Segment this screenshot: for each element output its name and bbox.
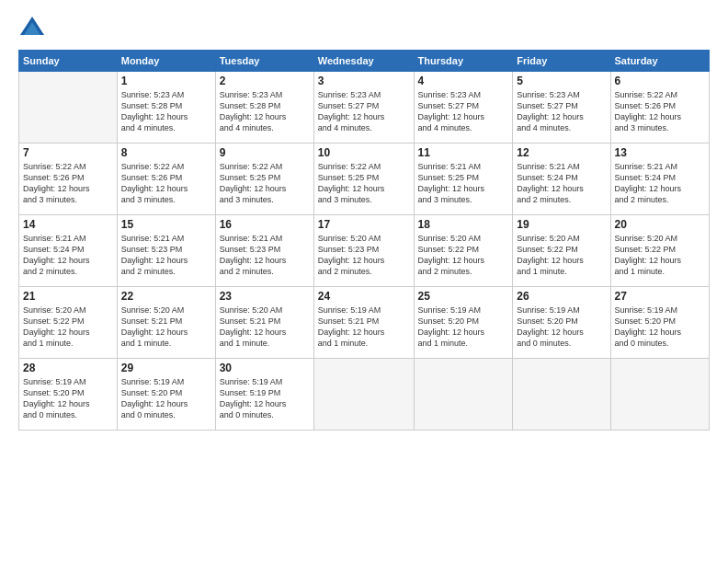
calendar-cell: 3Sunrise: 5:23 AM Sunset: 5:27 PM Daylig… <box>313 72 414 144</box>
calendar-cell: 1Sunrise: 5:23 AM Sunset: 5:28 PM Daylig… <box>117 72 215 144</box>
calendar-cell: 27Sunrise: 5:19 AM Sunset: 5:20 PM Dayli… <box>610 287 709 359</box>
header-row: SundayMondayTuesdayWednesdayThursdayFrid… <box>19 51 710 72</box>
day-info: Sunrise: 5:21 AM Sunset: 5:24 PM Dayligh… <box>517 161 606 206</box>
day-info: Sunrise: 5:23 AM Sunset: 5:28 PM Dayligh… <box>220 89 310 134</box>
calendar-cell: 22Sunrise: 5:20 AM Sunset: 5:21 PM Dayli… <box>117 287 215 359</box>
day-number: 13 <box>615 146 705 159</box>
calendar-cell: 10Sunrise: 5:22 AM Sunset: 5:25 PM Dayli… <box>313 144 414 215</box>
header-day-tuesday: Tuesday <box>215 51 313 72</box>
calendar-cell: 7Sunrise: 5:22 AM Sunset: 5:26 PM Daylig… <box>19 144 118 215</box>
day-number: 11 <box>418 146 509 159</box>
calendar-cell: 2Sunrise: 5:23 AM Sunset: 5:28 PM Daylig… <box>215 72 313 144</box>
day-number: 20 <box>615 218 705 231</box>
header <box>18 15 710 42</box>
calendar-cell: 19Sunrise: 5:20 AM Sunset: 5:22 PM Dayli… <box>513 215 610 287</box>
calendar-cell: 28Sunrise: 5:19 AM Sunset: 5:20 PM Dayli… <box>19 359 118 431</box>
day-number: 28 <box>23 362 113 374</box>
calendar-cell <box>313 359 414 431</box>
day-number: 18 <box>418 218 509 231</box>
day-number: 1 <box>121 75 211 87</box>
calendar-cell: 11Sunrise: 5:21 AM Sunset: 5:25 PM Dayli… <box>414 144 513 215</box>
day-info: Sunrise: 5:19 AM Sunset: 5:20 PM Dayligh… <box>615 304 705 350</box>
day-info: Sunrise: 5:22 AM Sunset: 5:25 PM Dayligh… <box>220 161 310 206</box>
calendar-cell: 12Sunrise: 5:21 AM Sunset: 5:24 PM Dayli… <box>513 144 610 215</box>
calendar-cell: 13Sunrise: 5:21 AM Sunset: 5:24 PM Dayli… <box>610 144 709 215</box>
day-number: 15 <box>121 218 211 231</box>
calendar-cell: 5Sunrise: 5:23 AM Sunset: 5:27 PM Daylig… <box>513 72 610 144</box>
day-number: 16 <box>220 218 310 231</box>
week-row-1: 1Sunrise: 5:23 AM Sunset: 5:28 PM Daylig… <box>19 72 710 144</box>
header-day-saturday: Saturday <box>610 51 709 72</box>
day-info: Sunrise: 5:19 AM Sunset: 5:20 PM Dayligh… <box>121 376 211 421</box>
day-number: 22 <box>121 290 211 303</box>
day-number: 9 <box>220 146 310 159</box>
day-number: 10 <box>318 146 410 159</box>
day-info: Sunrise: 5:22 AM Sunset: 5:26 PM Dayligh… <box>615 89 705 134</box>
day-info: Sunrise: 5:21 AM Sunset: 5:25 PM Dayligh… <box>418 161 509 206</box>
calendar-cell: 26Sunrise: 5:19 AM Sunset: 5:20 PM Dayli… <box>513 287 610 359</box>
day-number: 24 <box>318 290 410 303</box>
calendar-cell: 30Sunrise: 5:19 AM Sunset: 5:19 PM Dayli… <box>215 359 313 431</box>
calendar-cell: 16Sunrise: 5:21 AM Sunset: 5:23 PM Dayli… <box>215 215 313 287</box>
day-number: 7 <box>23 146 113 159</box>
day-number: 14 <box>23 218 113 231</box>
header-day-friday: Friday <box>513 51 610 72</box>
week-row-2: 7Sunrise: 5:22 AM Sunset: 5:26 PM Daylig… <box>19 144 710 215</box>
calendar-cell: 29Sunrise: 5:19 AM Sunset: 5:20 PM Dayli… <box>117 359 215 431</box>
day-number: 2 <box>220 75 310 87</box>
calendar-cell: 23Sunrise: 5:20 AM Sunset: 5:21 PM Dayli… <box>215 287 313 359</box>
day-info: Sunrise: 5:21 AM Sunset: 5:23 PM Dayligh… <box>220 233 310 278</box>
week-row-5: 28Sunrise: 5:19 AM Sunset: 5:20 PM Dayli… <box>19 359 710 431</box>
day-info: Sunrise: 5:23 AM Sunset: 5:28 PM Dayligh… <box>121 89 211 134</box>
calendar-cell: 9Sunrise: 5:22 AM Sunset: 5:25 PM Daylig… <box>215 144 313 215</box>
header-day-wednesday: Wednesday <box>313 51 414 72</box>
calendar-body: 1Sunrise: 5:23 AM Sunset: 5:28 PM Daylig… <box>19 72 710 431</box>
day-number: 27 <box>615 290 705 303</box>
calendar-cell: 15Sunrise: 5:21 AM Sunset: 5:23 PM Dayli… <box>117 215 215 287</box>
page: SundayMondayTuesdayWednesdayThursdayFrid… <box>0 0 728 563</box>
day-info: Sunrise: 5:19 AM Sunset: 5:20 PM Dayligh… <box>418 304 509 350</box>
calendar-cell <box>414 359 513 431</box>
day-info: Sunrise: 5:20 AM Sunset: 5:22 PM Dayligh… <box>23 304 113 350</box>
header-day-monday: Monday <box>117 51 215 72</box>
day-info: Sunrise: 5:19 AM Sunset: 5:20 PM Dayligh… <box>23 376 113 421</box>
calendar-cell: 21Sunrise: 5:20 AM Sunset: 5:22 PM Dayli… <box>19 287 118 359</box>
day-info: Sunrise: 5:22 AM Sunset: 5:26 PM Dayligh… <box>23 161 113 206</box>
day-number: 19 <box>517 218 606 231</box>
day-info: Sunrise: 5:23 AM Sunset: 5:27 PM Dayligh… <box>418 89 509 134</box>
calendar-cell: 25Sunrise: 5:19 AM Sunset: 5:20 PM Dayli… <box>414 287 513 359</box>
day-info: Sunrise: 5:20 AM Sunset: 5:23 PM Dayligh… <box>318 233 410 278</box>
day-info: Sunrise: 5:20 AM Sunset: 5:21 PM Dayligh… <box>121 304 211 350</box>
day-info: Sunrise: 5:21 AM Sunset: 5:24 PM Dayligh… <box>23 233 113 278</box>
logo <box>18 15 50 42</box>
calendar-cell <box>19 72 118 144</box>
logo-icon <box>18 15 46 42</box>
header-day-thursday: Thursday <box>414 51 513 72</box>
calendar: SundayMondayTuesdayWednesdayThursdayFrid… <box>18 50 710 431</box>
week-row-4: 21Sunrise: 5:20 AM Sunset: 5:22 PM Dayli… <box>19 287 710 359</box>
day-info: Sunrise: 5:23 AM Sunset: 5:27 PM Dayligh… <box>517 89 606 134</box>
day-info: Sunrise: 5:19 AM Sunset: 5:19 PM Dayligh… <box>220 376 310 421</box>
day-info: Sunrise: 5:20 AM Sunset: 5:21 PM Dayligh… <box>220 304 310 350</box>
day-info: Sunrise: 5:19 AM Sunset: 5:21 PM Dayligh… <box>318 304 410 350</box>
header-day-sunday: Sunday <box>19 51 118 72</box>
day-info: Sunrise: 5:19 AM Sunset: 5:20 PM Dayligh… <box>517 304 606 350</box>
day-number: 4 <box>418 75 509 87</box>
calendar-cell: 6Sunrise: 5:22 AM Sunset: 5:26 PM Daylig… <box>610 72 709 144</box>
day-number: 12 <box>517 146 606 159</box>
day-number: 23 <box>220 290 310 303</box>
day-info: Sunrise: 5:22 AM Sunset: 5:25 PM Dayligh… <box>318 161 410 206</box>
calendar-cell: 14Sunrise: 5:21 AM Sunset: 5:24 PM Dayli… <box>19 215 118 287</box>
calendar-header: SundayMondayTuesdayWednesdayThursdayFrid… <box>19 51 710 72</box>
day-info: Sunrise: 5:21 AM Sunset: 5:24 PM Dayligh… <box>615 161 705 206</box>
day-number: 5 <box>517 75 606 87</box>
calendar-cell: 20Sunrise: 5:20 AM Sunset: 5:22 PM Dayli… <box>610 215 709 287</box>
day-number: 21 <box>23 290 113 303</box>
day-number: 29 <box>121 362 211 374</box>
calendar-cell <box>513 359 610 431</box>
calendar-cell: 4Sunrise: 5:23 AM Sunset: 5:27 PM Daylig… <box>414 72 513 144</box>
day-info: Sunrise: 5:20 AM Sunset: 5:22 PM Dayligh… <box>615 233 705 278</box>
calendar-cell <box>610 359 709 431</box>
week-row-3: 14Sunrise: 5:21 AM Sunset: 5:24 PM Dayli… <box>19 215 710 287</box>
day-number: 17 <box>318 218 410 231</box>
